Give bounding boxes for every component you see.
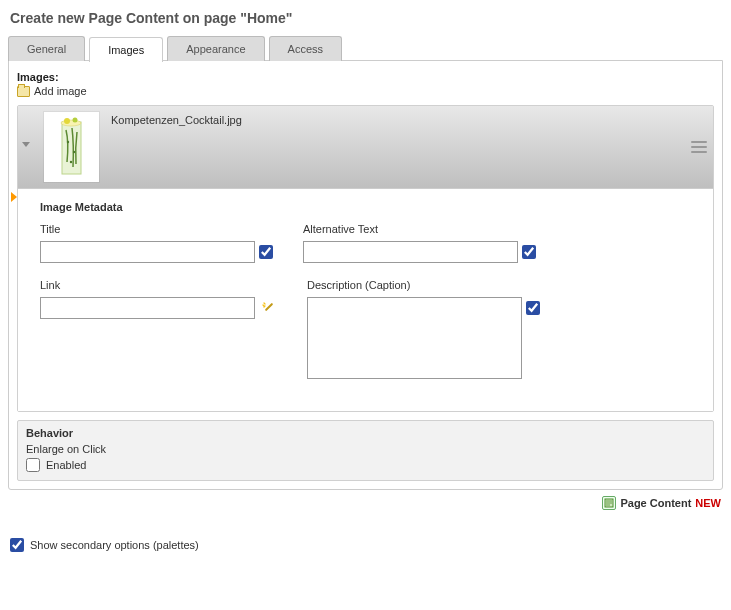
tab-bar: General Images Appearance Access xyxy=(8,36,723,61)
svg-point-2 xyxy=(61,120,81,126)
description-textarea[interactable] xyxy=(307,297,522,379)
tab-general[interactable]: General xyxy=(8,36,85,61)
drag-handle-icon[interactable] xyxy=(20,142,32,152)
status-line: Page Content NEW xyxy=(8,496,723,510)
image-item: Kompetenzen_Cocktail.jpg Image Metadata … xyxy=(17,105,714,412)
enabled-checkbox[interactable] xyxy=(26,458,40,472)
image-thumbnail[interactable] xyxy=(44,112,99,182)
folder-icon xyxy=(17,86,30,97)
behavior-section: Behavior Enlarge on Click Enabled xyxy=(17,420,714,481)
secondary-options-checkbox[interactable] xyxy=(10,538,24,552)
hamburger-icon[interactable] xyxy=(691,141,707,153)
image-filename: Kompetenzen_Cocktail.jpg xyxy=(111,112,679,126)
expand-arrow-icon[interactable] xyxy=(11,192,17,202)
image-metadata-body: Image Metadata Title Alternative Text xyxy=(18,189,713,411)
secondary-options-label: Show secondary options (palettes) xyxy=(30,539,199,551)
svg-point-7 xyxy=(70,161,72,163)
svg-point-6 xyxy=(73,151,75,153)
svg-point-5 xyxy=(67,141,69,143)
tab-appearance[interactable]: Appearance xyxy=(167,36,264,61)
link-input[interactable] xyxy=(40,297,255,319)
alt-text-input[interactable] xyxy=(303,241,518,263)
behavior-heading: Behavior xyxy=(26,427,705,439)
description-label: Description (Caption) xyxy=(307,279,540,291)
content-type-icon xyxy=(602,496,616,510)
image-header: Kompetenzen_Cocktail.jpg xyxy=(18,106,713,189)
enlarge-on-click-label: Enlarge on Click xyxy=(26,443,705,455)
svg-rect-8 xyxy=(265,303,273,311)
enabled-label: Enabled xyxy=(46,459,86,471)
tab-images[interactable]: Images xyxy=(89,37,163,62)
title-checkbox[interactable] xyxy=(259,245,273,259)
link-label: Link xyxy=(40,279,277,291)
tab-panel-images: Images: Add image xyxy=(8,60,723,490)
title-input[interactable] xyxy=(40,241,255,263)
content-type-label: Page Content xyxy=(620,497,691,509)
metadata-heading: Image Metadata xyxy=(40,201,693,213)
svg-point-3 xyxy=(64,118,70,124)
tab-access[interactable]: Access xyxy=(269,36,342,61)
add-image-button[interactable]: Add image xyxy=(17,85,714,97)
alt-text-label: Alternative Text xyxy=(303,223,536,235)
new-badge: NEW xyxy=(695,497,721,509)
page-title: Create new Page Content on page "Home" xyxy=(10,10,723,26)
secondary-options-row: Show secondary options (palettes) xyxy=(10,538,723,552)
link-wizard-icon[interactable] xyxy=(259,299,277,317)
description-checkbox[interactable] xyxy=(526,301,540,315)
title-label: Title xyxy=(40,223,273,235)
alt-text-checkbox[interactable] xyxy=(522,245,536,259)
svg-point-4 xyxy=(73,118,78,123)
images-section-label: Images: xyxy=(17,71,714,83)
add-image-label: Add image xyxy=(34,85,87,97)
